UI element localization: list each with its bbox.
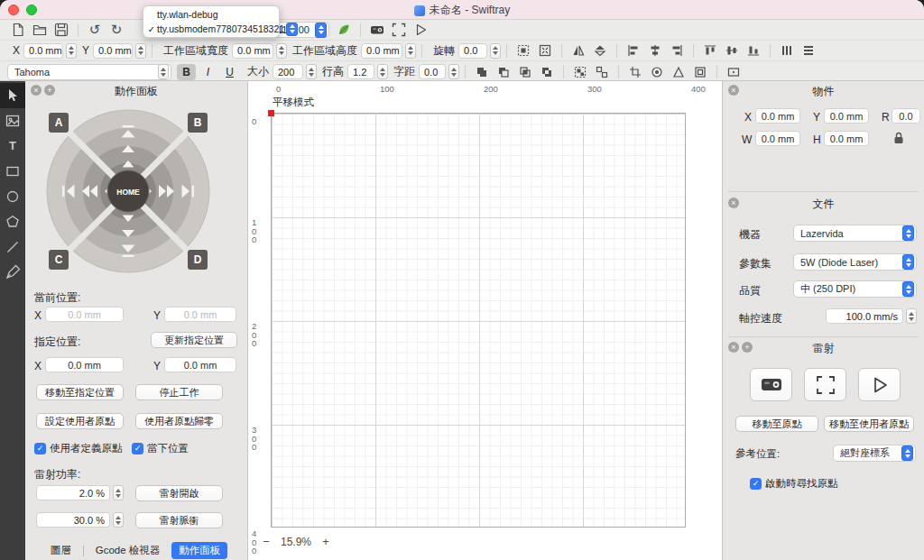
align-right-button[interactable] <box>667 41 687 60</box>
preset-select[interactable]: 5W (Diode Laser) <box>793 253 917 271</box>
work-area-width-stepper[interactable]: 0.0 mm <box>232 43 287 59</box>
aspect-lock-button[interactable] <box>892 131 905 148</box>
flip-vertical-button[interactable] <box>590 41 610 60</box>
work-area-width-value[interactable]: 0.0 mm <box>232 43 273 59</box>
boolean-subtract-button[interactable] <box>494 63 513 81</box>
stepper-icon[interactable] <box>135 43 146 59</box>
trace-image-button[interactable] <box>647 63 667 81</box>
object-x-input[interactable]: 0.0 mm <box>755 108 800 124</box>
flip-horizontal-button[interactable] <box>568 41 588 60</box>
laser-pulse-button[interactable]: 雷射脈衝 <box>135 512 223 528</box>
jog-home-button[interactable]: HOME <box>107 170 149 212</box>
corner-c-button[interactable]: C <box>49 250 69 270</box>
port-menu-item-usbmodem[interactable]: ✓ tty.usbmodem7780734518321 <box>143 22 279 36</box>
quality-select[interactable]: 中 (250 DPI) <box>793 280 917 298</box>
vectorize-button[interactable] <box>669 63 688 81</box>
stepper-icon[interactable] <box>906 308 917 324</box>
font-family-select[interactable]: Tahoma <box>7 64 171 80</box>
fit-to-selection-button[interactable] <box>513 41 533 60</box>
stepper-icon[interactable] <box>113 512 124 528</box>
letter-spacing-stepper[interactable]: 0.0 <box>419 64 459 79</box>
underline-button[interactable]: U <box>220 64 239 80</box>
stepper-icon[interactable] <box>448 64 459 79</box>
tab-layers[interactable]: 圖層 <box>45 543 77 558</box>
tool-text[interactable]: T <box>0 133 25 159</box>
ungroup-button[interactable] <box>592 63 612 81</box>
laser-power-value[interactable]: 2.0 % <box>36 485 110 500</box>
align-center-horizontal-button[interactable] <box>645 41 665 60</box>
boolean-intersect-button[interactable] <box>515 63 535 81</box>
stepper-icon[interactable] <box>306 64 317 79</box>
line-height-stepper[interactable]: 1.2 <box>347 64 388 79</box>
font-size-stepper[interactable]: 200 <box>273 64 317 79</box>
work-area-height-value[interactable]: 0.0 mm <box>361 43 402 59</box>
crop-button[interactable] <box>625 63 645 81</box>
open-file-button[interactable] <box>29 21 51 39</box>
object-width-input[interactable]: 0.0 mm <box>755 131 800 146</box>
frame-preview-button[interactable] <box>804 368 846 401</box>
tool-select[interactable] <box>0 83 25 108</box>
axis-speed-stepper[interactable]: 100.0 mm/s <box>826 308 917 324</box>
x-position-stepper[interactable]: 0.0 mm <box>23 43 77 59</box>
tool-ellipse[interactable] <box>0 184 25 209</box>
tool-rectangle[interactable] <box>0 159 25 184</box>
align-left-button[interactable] <box>624 41 643 60</box>
update-target-position-button[interactable]: 更新指定位置 <box>151 332 237 348</box>
camera-preview-button[interactable] <box>366 21 388 39</box>
object-rotation-input[interactable]: 0.0 <box>892 108 920 124</box>
group-button[interactable] <box>570 63 590 81</box>
new-file-button[interactable] <box>7 21 29 39</box>
boolean-exclude-button[interactable] <box>537 63 557 81</box>
offset-button[interactable] <box>690 63 710 81</box>
boolean-union-button[interactable] <box>472 63 492 81</box>
letter-spacing-value[interactable]: 0.0 <box>419 64 446 79</box>
tool-image[interactable] <box>0 108 25 133</box>
tab-action-panel[interactable]: 動作面板 <box>171 542 227 559</box>
user-origin-zero-button[interactable]: 使用者原點歸零 <box>135 413 223 429</box>
move-to-user-origin-button[interactable]: 移動至使用者原點 <box>824 416 914 432</box>
laser-pulse-power-stepper[interactable]: 30.0 % <box>36 512 124 528</box>
connect-button[interactable] <box>333 21 355 39</box>
target-x-input[interactable]: 0.0 mm <box>45 357 124 372</box>
start-job-button[interactable] <box>410 21 431 39</box>
stepper-icon[interactable] <box>490 43 501 59</box>
home-on-start-checkbox[interactable]: ✓ 啟動時尋找原點 <box>750 477 838 491</box>
object-height-input[interactable]: 0.0 mm <box>824 131 869 146</box>
zoom-in-button[interactable]: + <box>319 535 332 548</box>
stepper-icon[interactable] <box>276 43 287 59</box>
rotate-value[interactable]: 0.0 <box>458 43 487 59</box>
stepper-icon[interactable] <box>405 43 416 59</box>
tool-polygon[interactable] <box>0 209 25 234</box>
run-job-button[interactable] <box>858 368 901 401</box>
align-middle-button[interactable] <box>722 41 742 60</box>
current-location-checkbox[interactable]: ✓ 當下位置 <box>132 442 189 455</box>
align-top-button[interactable] <box>700 41 720 60</box>
laser-power-stepper[interactable]: 2.0 % <box>36 485 124 500</box>
laser-on-button[interactable]: 雷射開啟 <box>135 485 223 501</box>
move-to-origin-button[interactable]: 移動至原點 <box>735 416 818 432</box>
tab-gcode-viewer[interactable]: Gcode 檢視器 <box>90 543 166 558</box>
stepper-icon[interactable] <box>377 64 388 79</box>
rotate-stepper[interactable]: 0.0 <box>458 43 501 59</box>
bold-button[interactable]: B <box>177 64 196 80</box>
corner-d-button[interactable]: D <box>188 250 208 270</box>
corner-a-button[interactable]: A <box>49 113 69 133</box>
redo-button[interactable]: ↻ <box>106 21 127 39</box>
stepper-icon[interactable] <box>113 485 124 500</box>
canvas-grid[interactable] <box>271 113 686 528</box>
font-size-value[interactable]: 200 <box>273 64 303 79</box>
line-height-value[interactable]: 1.2 <box>347 64 374 79</box>
image-preview-button[interactable] <box>724 63 744 81</box>
zoom-out-button[interactable]: − <box>260 535 273 548</box>
fit-to-window-button[interactable] <box>535 41 555 60</box>
corner-b-button[interactable]: B <box>188 113 208 133</box>
reference-position-select[interactable]: 絕對座標系 <box>833 445 916 462</box>
user-defined-origin-checkbox[interactable]: ✓ 使用者定義原點 <box>34 442 123 455</box>
stepper-icon[interactable] <box>66 43 77 59</box>
move-to-target-button[interactable]: 移動至指定位置 <box>36 384 124 400</box>
camera-view-button[interactable] <box>750 368 792 401</box>
axis-speed-value[interactable]: 100.0 mm/s <box>826 308 903 324</box>
stop-job-button[interactable]: 停止工作 <box>135 384 223 400</box>
set-user-origin-button[interactable]: 設定使用者原點 <box>36 413 124 429</box>
laser-pulse-power-value[interactable]: 30.0 % <box>36 512 110 528</box>
